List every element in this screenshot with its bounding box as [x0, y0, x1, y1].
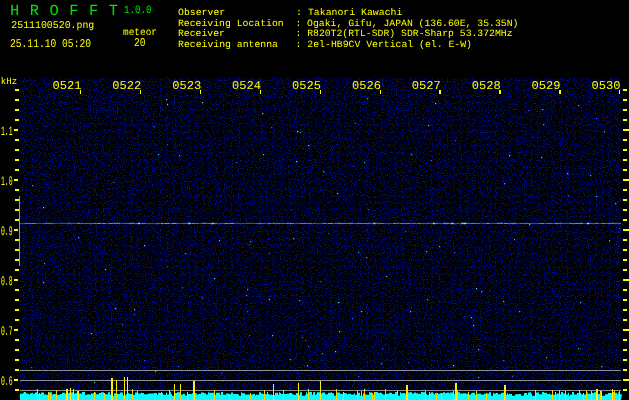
svg-text:25.11.10 05:20: 25.11.10 05:20: [10, 37, 91, 51]
svg-text:0.9: 0.9: [1, 224, 13, 239]
svg-text:kHz: kHz: [1, 76, 18, 87]
svg-text:Receiving Location : Ogaki, G: Receiving Location : Ogaki, Gifu, JAPAN …: [178, 18, 518, 29]
svg-text:0528: 0528: [472, 79, 501, 93]
svg-text:Receiving antenna : 2el-HB9C: Receiving antenna : 2el-HB9CV Vertical (…: [178, 39, 472, 50]
svg-text:H R O F F T: H R O F F T: [10, 2, 118, 20]
svg-text:0523: 0523: [172, 79, 201, 93]
svg-text:0529: 0529: [532, 79, 561, 93]
svg-text:0.6: 0.6: [1, 374, 13, 389]
svg-text:20: 20: [134, 36, 146, 50]
svg-text:0527: 0527: [412, 79, 441, 93]
svg-text:0521: 0521: [52, 79, 81, 93]
svg-text:Receiver : R820T2(R: Receiver : R820T2(RTL-SDR) SDR-Sharp 53.…: [178, 28, 513, 39]
svg-text:0526: 0526: [352, 79, 381, 93]
svg-text:0.7: 0.7: [1, 324, 13, 339]
svg-text:1.1: 1.1: [1, 124, 13, 139]
svg-text:0522: 0522: [112, 79, 141, 93]
svg-text:0530: 0530: [592, 79, 621, 93]
svg-text:2511100520.png: 2511100520.png: [11, 20, 94, 32]
svg-text:Observer : Takanori: Observer : Takanori Kawachi: [178, 7, 403, 18]
svg-text:1.0: 1.0: [1, 174, 13, 189]
svg-text:0525: 0525: [292, 79, 321, 93]
svg-text:1.0.0: 1.0.0: [124, 5, 152, 17]
svg-text:0524: 0524: [232, 79, 261, 93]
svg-text:0.8: 0.8: [1, 274, 13, 289]
